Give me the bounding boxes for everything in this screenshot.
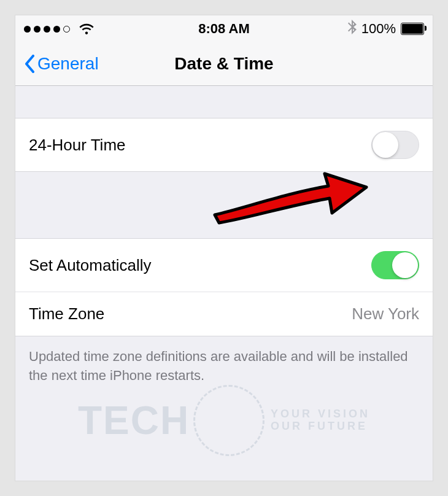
nav-bar: General Date & Time bbox=[15, 42, 433, 86]
group-automatic: Set Automatically Time Zone New York bbox=[15, 238, 433, 336]
wifi-icon bbox=[79, 23, 95, 35]
group-time-format: 24-Hour Time bbox=[15, 118, 433, 172]
settings-screen: 8:08 AM 100% General Date & Time 24-Hour… bbox=[15, 15, 433, 481]
row-24-hour-time: 24-Hour Time bbox=[15, 118, 433, 172]
chevron-left-icon bbox=[24, 55, 35, 73]
bluetooth-icon bbox=[348, 20, 357, 38]
status-bar: 8:08 AM 100% bbox=[15, 15, 433, 42]
cell-signal-icon bbox=[24, 26, 70, 33]
battery-full-icon bbox=[401, 23, 424, 35]
row-label: Time Zone bbox=[29, 304, 104, 324]
row-label: 24-Hour Time bbox=[29, 136, 126, 155]
toggle-24-hour-time[interactable] bbox=[371, 131, 419, 159]
row-time-zone[interactable]: Time Zone New York bbox=[15, 292, 433, 336]
status-left bbox=[24, 23, 95, 35]
battery-percent: 100% bbox=[361, 21, 396, 37]
row-set-automatically: Set Automatically bbox=[15, 238, 433, 292]
footer-note: Updated time zone definitions are availa… bbox=[15, 336, 433, 386]
row-value: New York bbox=[352, 304, 419, 324]
toggle-set-automatically[interactable] bbox=[371, 251, 419, 279]
globe-icon bbox=[193, 385, 265, 456]
status-right: 100% bbox=[348, 20, 424, 38]
back-button[interactable]: General bbox=[24, 54, 99, 74]
row-label: Set Automatically bbox=[29, 256, 151, 275]
back-label: General bbox=[37, 54, 99, 74]
watermark: TECH YOUR VISION OUR FUTURE bbox=[15, 385, 433, 456]
